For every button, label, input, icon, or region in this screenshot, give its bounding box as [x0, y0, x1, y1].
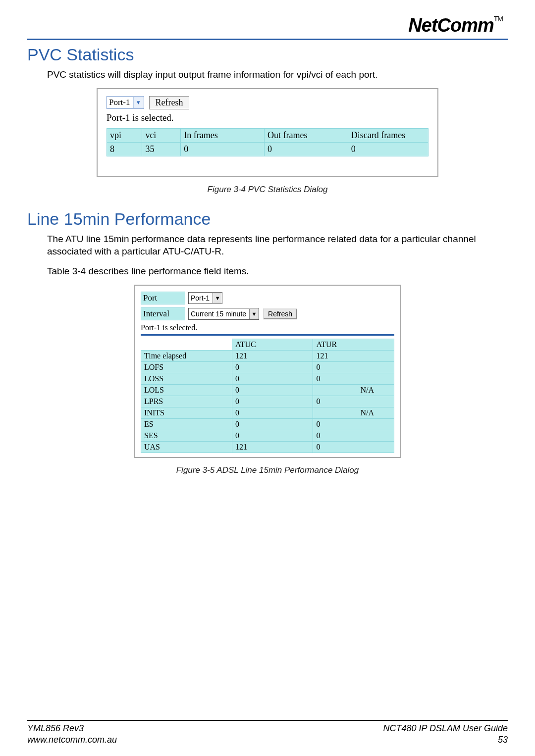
- pvc-title: PVC Statistics: [27, 45, 508, 64]
- cell-vpi: 8: [107, 142, 142, 156]
- row-label: LPRS: [141, 396, 232, 407]
- col-inframes: In frames: [181, 128, 265, 142]
- cell-atur: 121: [313, 350, 394, 361]
- cell-atuc: 0: [232, 407, 313, 418]
- cell-atur: N/A: [313, 407, 394, 418]
- interval-label: Interval: [141, 307, 185, 320]
- chevron-down-icon[interactable]: ▾: [133, 97, 144, 108]
- cell-atur: 0: [313, 373, 394, 384]
- row-label: LOLS: [141, 384, 232, 396]
- brand-name: NetComm: [408, 15, 493, 36]
- table-row: UAS1210: [141, 441, 394, 453]
- col-vci: vci: [142, 128, 181, 142]
- pvc-dialog: Port-1 ▾ Refresh Port-1 is selected. vpi…: [97, 88, 438, 177]
- footer-rev: YML856 Rev3: [27, 723, 117, 734]
- pvc-caption: Figure 3-4 PVC Statistics Dialog: [27, 185, 508, 195]
- refresh-button[interactable]: Refresh: [149, 96, 190, 109]
- table-row: LOFS00: [141, 361, 394, 373]
- cell-atuc: 121: [232, 350, 313, 361]
- table-row: ES00: [141, 418, 394, 430]
- row-label: LOSS: [141, 373, 232, 384]
- perf-table: ATUC ATUR Time elapsed121121LOFS00LOSS00…: [141, 339, 394, 453]
- row-label: ES: [141, 418, 232, 430]
- header-rule: [27, 39, 508, 40]
- pvc-intro: PVC statistics will display input output…: [47, 68, 508, 81]
- cell-discard: 0: [348, 142, 428, 156]
- line15-selected-text: Port-1 is selected.: [141, 323, 394, 332]
- row-label: SES: [141, 430, 232, 441]
- row-label: UAS: [141, 441, 232, 453]
- table-row: SES00: [141, 430, 394, 441]
- footer-guide: NCT480 IP DSLAM User Guide: [383, 723, 508, 734]
- cell-atur: 0: [313, 361, 394, 373]
- line15-title: Line 15min Performance: [27, 209, 508, 229]
- table-row: Time elapsed121121: [141, 350, 394, 361]
- interval-select[interactable]: Current 15 minute ▼: [188, 308, 259, 320]
- page-footer: YML856 Rev3 www.netcomm.com.au NCT480 IP…: [27, 720, 508, 745]
- section-pvc-statistics: PVC Statistics PVC statistics will displ…: [27, 45, 508, 195]
- section-line-15min: Line 15min Performance The ATU line 15mi…: [27, 209, 508, 475]
- blank-header: [141, 339, 232, 350]
- dialog-rule: [141, 334, 394, 336]
- line15-intro: The ATU line 15min performance data repr…: [47, 233, 508, 258]
- cell-atur: 0: [313, 396, 394, 407]
- cell-atur: 0: [313, 418, 394, 430]
- port-select-value: Port-1: [107, 98, 133, 107]
- cell-vci: 35: [142, 142, 181, 156]
- col-discard: Discard frames: [348, 128, 428, 142]
- cell-in: 0: [181, 142, 265, 156]
- line15-caption: Figure 3-5 ADSL Line 15min Performance D…: [27, 465, 508, 475]
- line15-dialog: Port Port-1 ▼ Interval Current 15 minute…: [134, 285, 401, 458]
- refresh-button-2[interactable]: Refresh: [263, 308, 297, 319]
- table-header-row: ATUC ATUR: [141, 339, 394, 350]
- interval-select-value: Current 15 minute: [189, 310, 249, 318]
- footer-url: www.netcomm.com.au: [27, 734, 117, 746]
- table-row: 8 35 0 0 0: [107, 142, 428, 156]
- table-row: LOLS0N/A: [141, 384, 394, 396]
- chevron-down-icon[interactable]: ▼: [249, 309, 259, 319]
- port-select-2-value: Port-1: [189, 294, 213, 302]
- table-row: LPRS00: [141, 396, 394, 407]
- chevron-down-icon[interactable]: ▼: [213, 293, 222, 303]
- cell-atuc: 0: [232, 373, 313, 384]
- footer-page: 53: [383, 734, 508, 746]
- col-outframes: Out frames: [264, 128, 348, 142]
- row-label: Time elapsed: [141, 350, 232, 361]
- cell-atur: 0: [313, 441, 394, 453]
- cell-atur: 0: [313, 430, 394, 441]
- table-row: INITS0N/A: [141, 407, 394, 418]
- port-select[interactable]: Port-1 ▾: [107, 96, 144, 109]
- cell-atuc: 121: [232, 441, 313, 453]
- cell-atur: N/A: [313, 384, 394, 396]
- table-row: LOSS00: [141, 373, 394, 384]
- cell-atuc: 0: [232, 418, 313, 430]
- port-label: Port: [141, 292, 185, 304]
- brand-logo: NetCommTM: [408, 15, 503, 36]
- line15-note: Table 3-4 describes line performance fie…: [47, 265, 508, 278]
- cell-atuc: 0: [232, 396, 313, 407]
- pvc-table: vpi vci In frames Out frames Discard fra…: [107, 128, 428, 156]
- col-atuc: ATUC: [232, 339, 313, 350]
- cell-atuc: 0: [232, 430, 313, 441]
- col-atur: ATUR: [313, 339, 394, 350]
- table-header-row: vpi vci In frames Out frames Discard fra…: [107, 128, 428, 142]
- row-label: LOFS: [141, 361, 232, 373]
- cell-atuc: 0: [232, 384, 313, 396]
- port-select-2[interactable]: Port-1 ▼: [188, 292, 222, 304]
- brand-logo-row: NetCommTM: [27, 15, 508, 36]
- cell-out: 0: [264, 142, 348, 156]
- cell-atuc: 0: [232, 361, 313, 373]
- col-vpi: vpi: [107, 128, 142, 142]
- pvc-selected-text: Port-1 is selected.: [107, 112, 428, 123]
- row-label: INITS: [141, 407, 232, 418]
- trademark: TM: [494, 15, 503, 23]
